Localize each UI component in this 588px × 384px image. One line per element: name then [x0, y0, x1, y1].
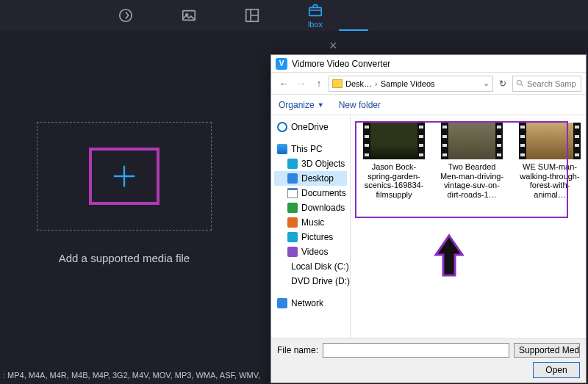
cube-icon: [287, 159, 298, 169]
tree-music[interactable]: Music: [274, 215, 347, 230]
dialog-toolbar: Organize▼ New folder: [271, 95, 586, 115]
tab-collage[interactable]: [244, 7, 260, 23]
file-open-dialog: V Vidmore Video Converter ← → ↑ Desk… › …: [270, 54, 587, 383]
arrow-annotation: [433, 233, 465, 282]
chevron-down-icon[interactable]: ⌄: [483, 79, 490, 88]
file-name: Two Bearded Men-man-driving-vintage-suv-…: [438, 162, 506, 200]
search-input[interactable]: Search Samp: [512, 76, 581, 92]
music-icon: [287, 217, 298, 228]
converter-icon: [118, 7, 134, 23]
tree-videos[interactable]: Videos: [274, 244, 347, 259]
search-placeholder: Search Samp: [527, 79, 576, 88]
filename-input[interactable]: [323, 343, 509, 358]
file-item[interactable]: Jason Bock-spring-garden-scenics-169834-…: [362, 123, 426, 200]
videos-icon: [287, 247, 298, 257]
download-icon: [287, 203, 298, 213]
picture-icon: [181, 7, 197, 23]
add-media-box[interactable]: [89, 148, 159, 205]
toolbox-icon: [307, 2, 323, 18]
search-icon: [516, 79, 524, 87]
refresh-button[interactable]: ↻: [495, 76, 511, 92]
tree-local-disk[interactable]: Local Disk (C:): [274, 259, 347, 274]
dialog-titlebar: V Vidmore Video Converter: [271, 55, 586, 73]
nav-back-button[interactable]: ←: [276, 76, 292, 92]
collage-icon: [244, 7, 260, 23]
top-toolbar: lbox: [0, 0, 588, 31]
nav-tree: OneDrive This PC 3D Objects Desktop Docu…: [271, 115, 351, 338]
chevron-right-icon: ›: [375, 79, 378, 88]
tab-mv[interactable]: [181, 7, 197, 23]
tree-dvd-drive[interactable]: DVD Drive (D:) P: [274, 274, 347, 289]
cloud-icon: [277, 122, 287, 132]
path-seg-1[interactable]: Desk…: [345, 79, 372, 88]
dialog-body: OneDrive This PC 3D Objects Desktop Docu…: [271, 115, 586, 338]
svg-point-0: [120, 10, 132, 22]
tree-this-pc[interactable]: This PC: [274, 142, 347, 156]
tree-documents[interactable]: Documents: [274, 186, 347, 200]
tab-toolbox[interactable]: lbox: [307, 2, 323, 29]
file-item[interactable]: Two Bearded Men-man-driving-vintage-suv-…: [440, 123, 503, 200]
address-bar[interactable]: Desk… › Sample Videos ⌄: [329, 76, 493, 92]
close-icon[interactable]: ×: [329, 38, 337, 54]
video-thumbnail: [363, 123, 425, 159]
file-type-filter[interactable]: Supported Media: [514, 343, 580, 358]
open-button[interactable]: Open: [533, 362, 580, 378]
dialog-bottom-bar: File name: Supported Media Open: [271, 338, 586, 383]
app-icon: V: [276, 58, 287, 70]
pc-icon: [277, 144, 287, 154]
active-tab-underline: [339, 29, 368, 31]
filename-label: File name:: [277, 345, 318, 355]
dropzone-caption: Add a supported media file: [37, 252, 212, 264]
tree-downloads[interactable]: Downloads: [274, 200, 347, 215]
video-thumbnail: [519, 123, 581, 159]
tree-onedrive[interactable]: OneDrive: [274, 120, 347, 134]
file-item[interactable]: WE SUM-man-walking-through-forest-with-a…: [518, 123, 581, 200]
tab-converter[interactable]: [118, 7, 134, 23]
tab-toolbox-label: lbox: [308, 20, 323, 29]
desktop-icon: [287, 173, 298, 184]
plus-icon: [110, 162, 138, 190]
caret-down-icon: ▼: [318, 101, 324, 109]
file-name: Jason Bock-spring-garden-scenics-169834-…: [360, 162, 428, 200]
file-pane[interactable]: Jason Bock-spring-garden-scenics-169834-…: [351, 115, 586, 338]
tree-desktop[interactable]: Desktop: [274, 171, 347, 186]
dialog-navbar: ← → ↑ Desk… › Sample Videos ⌄ ↻ Search S…: [271, 73, 586, 95]
tree-pictures[interactable]: Pictures: [274, 230, 347, 244]
new-folder-button[interactable]: New folder: [339, 100, 381, 110]
file-name: WE SUM-man-walking-through-forest-with-a…: [516, 162, 584, 200]
video-thumbnail: [441, 123, 503, 159]
dialog-title: Vidmore Video Converter: [292, 59, 390, 69]
tree-3d-objects[interactable]: 3D Objects: [274, 156, 347, 171]
doc-icon: [287, 188, 298, 198]
tree-network[interactable]: Network: [274, 296, 347, 311]
path-seg-2[interactable]: Sample Videos: [381, 79, 435, 88]
nav-forward-button[interactable]: →: [293, 76, 309, 92]
svg-point-5: [517, 80, 521, 84]
organize-button[interactable]: Organize▼: [279, 100, 324, 110]
svg-rect-4: [309, 7, 322, 15]
pictures-icon: [287, 232, 298, 242]
dropzone[interactable]: [37, 122, 212, 231]
network-icon: [277, 298, 287, 308]
supported-formats: : MP4, M4A, M4R, M4B, M4P, 3G2, M4V, MOV…: [3, 371, 260, 380]
folder-icon: [332, 79, 343, 88]
nav-up-button[interactable]: ↑: [311, 76, 327, 92]
